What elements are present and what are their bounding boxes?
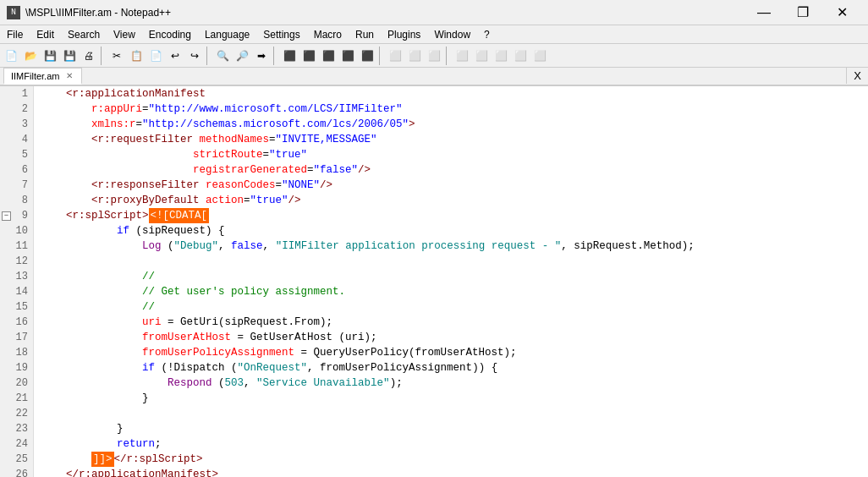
toolbar-btn-replace[interactable]: 🔎 (233, 47, 251, 65)
code-line-8: <r:proxyByDefault action="true"/> (41, 193, 868, 208)
line-number-17: 17 (0, 330, 33, 345)
line-number-21: 21 (0, 391, 33, 406)
tab-iimfilter[interactable]: IIMFilter.am ✕ (3, 68, 82, 85)
menu-bar: FileEditSearchViewEncodingLanguageSettin… (0, 25, 868, 44)
toolbar-btn-open[interactable]: 📂 (21, 47, 40, 65)
toolbar-btn-btn1[interactable]: ⬜ (386, 47, 404, 65)
line-number-6: 6 (0, 162, 33, 178)
code-line-18: fromUserPolicyAssignment = QueryUserPoli… (41, 345, 868, 360)
toolbar-btn-btn3[interactable]: ⬜ (425, 47, 443, 65)
toolbar-btn-btn7[interactable]: ⬜ (511, 47, 530, 65)
line-number-15: 15 (0, 299, 33, 315)
toolbar-separator (101, 47, 105, 65)
toolbar-btn-macro2[interactable]: ⬛ (299, 47, 318, 65)
menu-item-file[interactable]: File (0, 25, 30, 43)
line-number-11: 11 (0, 238, 33, 254)
close-button[interactable]: ✕ (822, 0, 861, 25)
menu-item-?[interactable]: ? (477, 25, 497, 43)
code-line-21: } (41, 391, 868, 406)
line-number-7: 7 (0, 178, 33, 193)
code-area[interactable]: <r:applicationManifest r:appUri="http://… (34, 86, 868, 477)
tab-close-icon[interactable]: ✕ (66, 71, 73, 80)
toolbar-btn-btn4[interactable]: ⬜ (453, 47, 471, 65)
line-number-14: 14 (0, 284, 33, 299)
toolbar-separator (273, 47, 277, 65)
code-line-24: return; (41, 436, 868, 452)
cdata-marker: ]]> (91, 452, 114, 467)
code-line-5: strictRoute="true" (41, 147, 868, 162)
code-line-11: Log ("Debug", false, "IIMFilter applicat… (41, 238, 868, 254)
line-number-2: 2 (0, 101, 33, 117)
toolbar-btn-save[interactable]: 💾 (41, 47, 59, 65)
line-number-18: 18 (0, 345, 33, 360)
line-number-1: 1 (0, 86, 33, 101)
minimize-button[interactable]: — (744, 0, 783, 25)
code-line-17: fromUserAtHost = GetUserAtHost (uri); (41, 330, 868, 345)
code-line-26: </r:applicationManifest> (41, 467, 868, 477)
menu-item-window[interactable]: Window (427, 25, 477, 43)
line-number-16: 16 (0, 315, 33, 330)
menu-item-encoding[interactable]: Encoding (142, 25, 198, 43)
toolbar-btn-macro3[interactable]: ⬛ (319, 47, 338, 65)
toolbar-btn-macro1[interactable]: ⬛ (280, 47, 299, 65)
toolbar-btn-macro4[interactable]: ⬛ (338, 47, 357, 65)
toolbar-btn-btn2[interactable]: ⬜ (405, 47, 424, 65)
toolbar-separator (379, 47, 383, 65)
menu-item-language[interactable]: Language (198, 25, 256, 43)
line-number-4: 4 (0, 132, 33, 147)
line-number-5: 5 (0, 147, 33, 162)
line-number-3: 3 (0, 117, 33, 132)
line-number-10: 10 (0, 223, 33, 238)
toolbar-btn-undo[interactable]: ↩ (166, 47, 184, 65)
code-line-22 (41, 406, 868, 421)
code-line-13: // (41, 269, 868, 284)
code-line-1: <r:applicationManifest (41, 86, 868, 101)
tab-bar: IIMFilter.am ✕ (0, 68, 868, 86)
toolbar-btn-redo[interactable]: ↪ (185, 47, 204, 65)
toolbar-separator (206, 47, 211, 65)
toolbar-btn-goto[interactable]: ➡ (252, 47, 271, 65)
app-icon: N (7, 6, 20, 19)
line-number-26: 26 (0, 467, 33, 477)
code-line-10: if (sipRequest) { (41, 223, 868, 238)
toolbar-btn-find[interactable]: 🔍 (213, 47, 232, 65)
menu-item-macro[interactable]: Macro (307, 25, 349, 43)
menu-item-plugins[interactable]: Plugins (381, 25, 427, 43)
code-line-25: ]]></r:splScript> (41, 452, 868, 467)
collapse-btn-9[interactable]: − (2, 211, 11, 221)
menu-item-search[interactable]: Search (61, 25, 107, 43)
code-line-6: registrarGenerated="false"/> (41, 162, 868, 178)
toolbar-btn-btn5[interactable]: ⬜ (472, 47, 491, 65)
title-bar-text: \MSPL\IIMFilter.am - Notepad++ (25, 7, 171, 19)
menu-item-settings[interactable]: Settings (256, 25, 306, 43)
menu-item-run[interactable]: Run (349, 25, 381, 43)
line-number-19: 19 (0, 360, 33, 376)
toolbar-btn-cut[interactable]: ✂ (107, 47, 126, 65)
code-line-2: r:appUri="http://www.microsoft.com/LCS/I… (41, 101, 868, 117)
code-line-12 (41, 254, 868, 269)
toolbar-btn-saveall[interactable]: 💾 (60, 47, 79, 65)
line-number-22: 22 (0, 406, 33, 421)
line-number-12: 12 (0, 254, 33, 269)
toolbar-btn-btn8[interactable]: ⬜ (530, 47, 549, 65)
toolbar-btn-btn6[interactable]: ⬜ (492, 47, 510, 65)
code-line-7: <r:responseFilter reasonCodes="NONE"/> (41, 178, 868, 193)
editor: 12345678−9101112131415161718192021222324… (0, 86, 868, 477)
line-number-25: 25 (0, 452, 33, 467)
x-close-button[interactable]: X (846, 68, 868, 84)
toolbar-btn-copy[interactable]: 📋 (127, 47, 146, 65)
code-line-4: <r:requestFilter methodNames="INVITE,MES… (41, 132, 868, 147)
toolbar-btn-print[interactable]: 🖨 (80, 47, 98, 65)
toolbar-separator (446, 47, 450, 65)
line-number-8: 8 (0, 193, 33, 208)
toolbar-btn-macro5[interactable]: ⬛ (358, 47, 376, 65)
code-line-15: // (41, 299, 868, 315)
toolbar-btn-new[interactable]: 📄 (2, 47, 20, 65)
code-line-16: uri = GetUri(sipRequest.From); (41, 315, 868, 330)
menu-item-edit[interactable]: Edit (30, 25, 61, 43)
line-numbers: 12345678−9101112131415161718192021222324… (0, 86, 34, 477)
toolbar-btn-paste[interactable]: 📄 (146, 47, 165, 65)
code-line-14: // Get user's policy assignment. (41, 284, 868, 299)
menu-item-view[interactable]: View (107, 25, 142, 43)
maximize-button[interactable]: ❐ (783, 0, 822, 25)
